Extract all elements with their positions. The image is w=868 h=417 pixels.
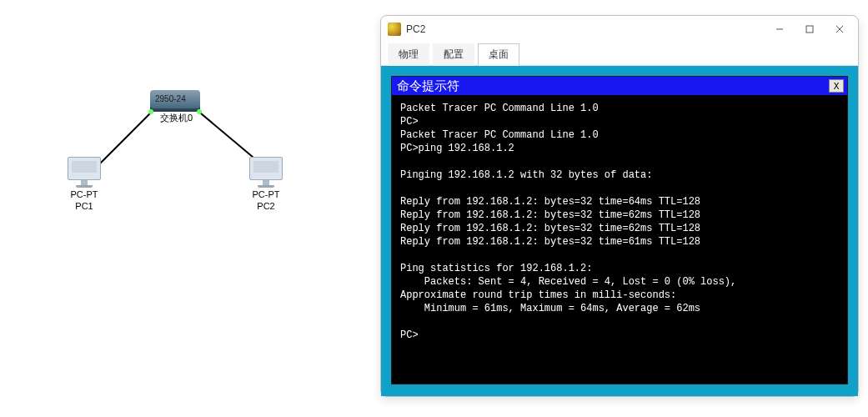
terminal-line: Approximate round trip times in milli-se… (400, 289, 839, 302)
switch-name-label: 交换机0 (160, 112, 193, 124)
terminal-line: Reply from 192.168.1.2: bytes=32 time=61… (400, 235, 839, 249)
base-icon (258, 185, 274, 188)
pc2-type-label: PC-PT (247, 189, 285, 199)
window-titlebar[interactable]: PC2 (381, 16, 858, 43)
terminal-line: PC> (400, 115, 839, 128)
pc2-window: PC2 物理配置桌面 命令提示符 X Packet Tracer PC Comm… (380, 15, 859, 397)
switch-model-label: 2950-24 (155, 94, 186, 103)
tab-0[interactable]: 物理 (388, 43, 429, 66)
terminal-line (400, 249, 839, 262)
monitor-icon (249, 157, 283, 180)
link-switch-pc1 (95, 108, 155, 168)
terminal-line: Packets: Sent = 4, Received = 4, Lost = … (400, 275, 839, 289)
tab-bar: 物理配置桌面 (381, 43, 858, 66)
tab-2[interactable]: 桌面 (478, 43, 519, 66)
terminal-line (400, 182, 839, 195)
terminal-line: Minimum = 61ms, Maximum = 64ms, Average … (400, 302, 839, 315)
terminal-line: PC> (400, 329, 839, 342)
close-button[interactable] (835, 24, 845, 34)
terminal-line: Pinging 192.168.1.2 with 32 bytes of dat… (400, 168, 839, 182)
terminal-line (400, 155, 839, 168)
topology-canvas[interactable]: 2950-24 交换机0 PC-PT PC1 PC-PT PC2 (0, 0, 384, 417)
command-prompt-close-button[interactable]: X (829, 79, 844, 93)
window-title: PC2 (406, 23, 775, 35)
svg-rect-1 (806, 26, 813, 33)
command-prompt-window: 命令提示符 X Packet Tracer PC Command Line 1.… (391, 76, 848, 384)
desktop-tab-content: 命令提示符 X Packet Tracer PC Command Line 1.… (381, 66, 858, 396)
pc1-device[interactable]: PC-PT PC1 (65, 157, 103, 211)
base-icon (76, 185, 93, 188)
tab-1[interactable]: 配置 (433, 43, 474, 66)
command-prompt-body[interactable]: Packet Tracer PC Command Line 1.0PC>Pack… (392, 95, 847, 384)
pc2-name-label: PC2 (247, 201, 285, 211)
terminal-line (400, 315, 839, 329)
app-icon (388, 23, 401, 36)
terminal-line: Reply from 192.168.1.2: bytes=32 time=62… (400, 208, 839, 222)
minimize-button[interactable] (775, 24, 785, 34)
terminal-line: Reply from 192.168.1.2: bytes=32 time=62… (400, 222, 839, 235)
maximize-button[interactable] (805, 24, 815, 34)
terminal-line: Packet Tracer PC Command Line 1.0 (400, 128, 839, 142)
terminal-line: Ping statistics for 192.168.1.2: (400, 262, 839, 275)
pc1-name-label: PC1 (65, 201, 103, 211)
pc2-device[interactable]: PC-PT PC2 (247, 157, 285, 211)
command-prompt-titlebar[interactable]: 命令提示符 X (392, 77, 847, 95)
terminal-line: Reply from 192.168.1.2: bytes=32 time=64… (400, 195, 839, 208)
terminal-line: PC>ping 192.168.1.2 (400, 142, 839, 155)
pc1-type-label: PC-PT (65, 189, 103, 199)
monitor-icon (68, 157, 101, 180)
terminal-line: Packet Tracer PC Command Line 1.0 (400, 102, 839, 115)
command-prompt-title: 命令提示符 (397, 78, 459, 94)
